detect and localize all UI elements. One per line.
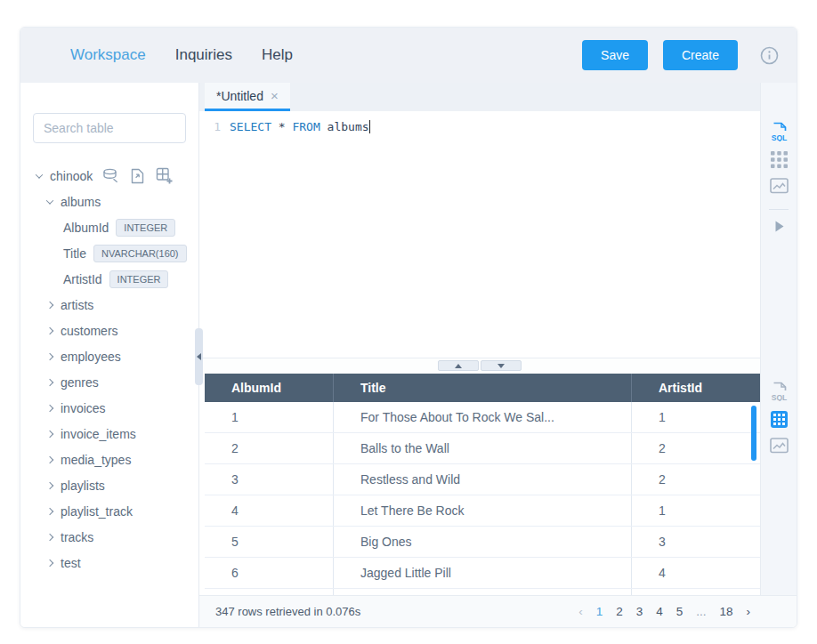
tree-column-albumid[interactable]: AlbumIdINTEGER xyxy=(20,214,198,240)
chevron-right-icon[interactable] xyxy=(46,481,53,488)
tree-item-test[interactable]: test xyxy=(20,550,198,576)
table-cell: 5 xyxy=(205,527,334,557)
table-cell xyxy=(334,589,632,595)
chart-icon[interactable] xyxy=(770,438,789,455)
tree-column-artistid[interactable]: ArtistIdINTEGER xyxy=(20,266,198,292)
sql-token: FROM xyxy=(292,120,320,133)
save-button[interactable]: Save xyxy=(582,40,648,70)
collapse-down-button[interactable] xyxy=(481,360,522,371)
tree-item-invoices[interactable]: invoices xyxy=(20,395,198,421)
pagination-next[interactable]: › xyxy=(747,605,751,618)
results-header-row: AlbumIdTitleArtistId xyxy=(205,374,760,402)
chevron-right-icon[interactable] xyxy=(46,301,53,308)
database-name: chinook xyxy=(50,169,93,183)
pagination-page-3[interactable]: 3 xyxy=(636,605,643,618)
tree-item-artists[interactable]: artists xyxy=(20,292,198,318)
table-cell: Big Ones xyxy=(334,527,632,557)
table-grid-icon[interactable] xyxy=(771,411,788,428)
chevron-right-icon[interactable] xyxy=(46,404,53,411)
file-export-icon[interactable] xyxy=(131,168,144,184)
pagination-prev[interactable]: ‹ xyxy=(578,605,583,618)
column-type-badge: NVARCHAR(160) xyxy=(93,245,187,262)
table-name: test xyxy=(61,556,81,570)
table-row[interactable] xyxy=(205,589,760,595)
tree-item-genres[interactable]: genres xyxy=(20,369,198,395)
table-cell xyxy=(205,589,334,595)
column-header-albumid[interactable]: AlbumId xyxy=(205,374,334,402)
chevron-right-icon[interactable] xyxy=(46,533,53,540)
results-scrollbar[interactable] xyxy=(751,406,756,461)
tab-untitled[interactable]: *Untitled × xyxy=(205,83,290,111)
pagination: ‹12345...18› xyxy=(578,605,750,618)
database-icon[interactable] xyxy=(102,168,119,183)
tree-item-tracks[interactable]: tracks xyxy=(20,524,198,550)
collapse-up-button[interactable] xyxy=(438,360,479,371)
column-header-title[interactable]: Title xyxy=(334,374,632,402)
nav-item-help[interactable]: Help xyxy=(262,46,293,64)
tree-item-employees[interactable]: employees xyxy=(20,343,198,369)
tree-item-invoice_items[interactable]: invoice_items xyxy=(20,421,198,447)
rail-divider xyxy=(769,209,789,210)
column-name: ArtistId xyxy=(63,272,102,286)
table-row[interactable]: 6Jagged Little Pill4 xyxy=(205,558,760,589)
create-button[interactable]: Create xyxy=(663,40,738,70)
view-switch-rail: SQL SQL xyxy=(760,83,797,595)
table-add-icon[interactable] xyxy=(156,167,173,184)
tree-item-playlist_track[interactable]: playlist_track xyxy=(20,498,198,524)
nav-item-inquiries[interactable]: Inquiries xyxy=(175,46,232,64)
editor-tabbar: *Untitled × xyxy=(199,83,760,111)
chevron-right-icon[interactable] xyxy=(46,326,53,334)
pagination-page-1[interactable]: 1 xyxy=(596,605,603,618)
chevron-down-icon[interactable] xyxy=(46,197,53,204)
table-row[interactable]: 2Balls to the Wall2 xyxy=(205,433,760,464)
tree-item-albums[interactable]: albums xyxy=(20,189,198,214)
table-name: artists xyxy=(61,298,93,312)
chart-icon[interactable] xyxy=(770,178,789,195)
tree-item-playlists[interactable]: playlists xyxy=(20,472,198,498)
table-row[interactable]: 5Big Ones3 xyxy=(205,527,760,558)
nav-item-workspace[interactable]: Workspace xyxy=(70,46,146,64)
chevron-right-icon[interactable] xyxy=(46,559,53,566)
collapse-left-icon xyxy=(197,353,201,360)
column-header-artistid[interactable]: ArtistId xyxy=(632,374,760,402)
tree-item-customers[interactable]: customers xyxy=(20,318,198,343)
info-icon[interactable] xyxy=(760,46,779,65)
pagination-page-2[interactable]: 2 xyxy=(616,605,623,618)
schema-sidebar: chinook albums AlbumIdINTEGERTitleNVARCH… xyxy=(20,83,199,627)
header-actions: Save Create xyxy=(567,40,779,70)
sidebar-collapse-handle[interactable] xyxy=(195,328,203,385)
chevron-right-icon[interactable] xyxy=(46,352,53,359)
pagination-page-4[interactable]: 4 xyxy=(656,605,663,618)
tab-close-icon[interactable]: × xyxy=(271,88,279,103)
table-name: playlists xyxy=(61,479,105,493)
table-row[interactable]: 1For Those About To Rock We Sal...1 xyxy=(205,402,760,433)
chevron-right-icon[interactable] xyxy=(46,455,53,463)
table-name: playlist_track xyxy=(61,504,133,519)
table-name: customers xyxy=(61,324,118,338)
table-row[interactable]: 4Let There Be Rock1 xyxy=(205,495,760,527)
sql-icon[interactable]: SQL xyxy=(770,382,789,401)
table-row[interactable]: 3Restless and Wild2 xyxy=(205,464,760,495)
collapsed-tables: artistscustomersemployeesgenresinvoicesi… xyxy=(20,292,198,576)
table-cell: 1 xyxy=(632,495,760,526)
chevron-right-icon[interactable] xyxy=(46,430,53,437)
tree-item-database[interactable]: chinook xyxy=(20,163,198,189)
pagination-page-18[interactable]: 18 xyxy=(719,605,732,618)
table-grid-icon[interactable] xyxy=(771,151,788,168)
chevron-down-icon[interactable] xyxy=(36,171,43,178)
table-cell: Restless and Wild xyxy=(334,464,632,495)
tree-column-title[interactable]: TitleNVARCHAR(160) xyxy=(20,240,198,266)
table-cell: 4 xyxy=(632,558,760,588)
chevron-right-icon[interactable] xyxy=(46,378,53,385)
chevron-right-icon[interactable] xyxy=(46,507,53,514)
run-icon[interactable] xyxy=(773,220,786,233)
sql-code-line: SELECT * FROM albums xyxy=(230,120,370,358)
sql-icon[interactable]: SQL xyxy=(770,122,789,141)
pagination-page-5[interactable]: 5 xyxy=(676,605,684,618)
albums-columns: AlbumIdINTEGERTitleNVARCHAR(160)ArtistId… xyxy=(20,214,198,292)
search-table-input[interactable] xyxy=(33,113,186,143)
column-type-badge: INTEGER xyxy=(109,270,169,288)
pane-splitter[interactable] xyxy=(199,358,760,374)
sql-editor[interactable]: 1 SELECT * FROM albums xyxy=(199,111,760,358)
tree-item-media_types[interactable]: media_types xyxy=(20,447,198,472)
